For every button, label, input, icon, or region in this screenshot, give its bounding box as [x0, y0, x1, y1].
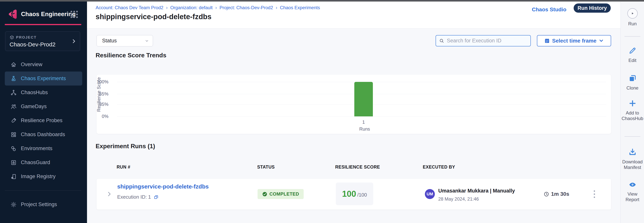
search-box [436, 35, 531, 46]
rail-item-label: Run [621, 21, 644, 27]
sidebar-item-chaoshubs[interactable]: ChaosHubs [5, 85, 82, 99]
status-filter-dropdown[interactable]: Status [96, 35, 153, 46]
breadcrumb-separator: › [166, 5, 168, 10]
breadcrumb-account[interactable]: Account: Chaos Dev Team Prod2 [96, 5, 163, 10]
column-header-run: RUN # [117, 165, 130, 170]
brand-underline [5, 24, 81, 25]
column-header-resilience-score: RESILIENCE SCORE [335, 165, 380, 170]
rail-item-clone[interactable]: Clone [621, 74, 644, 91]
status-badge: COMPLETED [258, 189, 304, 199]
execution-id-text: Execution ID: 1 [117, 194, 151, 200]
sidebar-item-label: Environments [21, 146, 52, 152]
window-strip [0, 0, 644, 2]
hexagons-icon [10, 146, 17, 152]
sidebar-item-chaosguard[interactable]: ChaosGuard [5, 156, 82, 169]
hub-icon [10, 89, 17, 96]
chart-plot-area: 100% 65% 35% 0% 1 Runs [117, 82, 606, 117]
rail-item-label: Edit [621, 58, 644, 63]
sidebar-item-chaos-dashboards[interactable]: Chaos Dashboards [5, 128, 82, 142]
executed-at-timestamp: 28 May 2024, 21:46 [438, 196, 479, 202]
rail-divider [624, 136, 640, 137]
project-label: PROJECT [16, 35, 36, 40]
chaos-engineering-logo-icon [6, 8, 19, 20]
breadcrumb-project[interactable]: Project: Chaos-Dev-Prod2 [220, 5, 273, 10]
rail-item-download-manifest[interactable]: Download Manifest [621, 148, 644, 170]
search-input[interactable] [447, 38, 523, 44]
pencil-icon [628, 46, 637, 55]
sidebar-item-label: ChaosGuard [21, 160, 50, 165]
time-frame-button[interactable]: Select time frame [537, 35, 611, 46]
row-menu-kebab-icon[interactable] [592, 189, 596, 199]
sidebar-item-gamedays[interactable]: GameDays [5, 99, 82, 114]
sidebar-footer: Project Settings [0, 197, 87, 211]
sidebar-item-overview[interactable]: Overview [5, 58, 82, 71]
download-icon [628, 148, 637, 156]
test-tube-icon [10, 118, 17, 124]
run-button[interactable] [627, 8, 638, 19]
breadcrumb-separator: › [215, 5, 217, 10]
project-name: Chaos-Dev-Prod2 [10, 41, 56, 48]
sidebar-item-chaos-experiments[interactable]: Chaos Experiments [5, 71, 82, 85]
home-icon [10, 62, 17, 68]
rail-item-view-report[interactable]: View Report [621, 181, 644, 202]
sidebar-item-label: Overview [21, 62, 42, 67]
time-frame-label: Select time frame [552, 38, 596, 44]
run-duration-text: 1m 30s [551, 191, 569, 197]
expand-chevron-icon[interactable] [106, 191, 112, 197]
run-name-link[interactable]: shippingservice-pod-delete-fzdbs [117, 183, 208, 190]
run-duration: 1m 30s [544, 191, 569, 197]
sidebar-item-label: Resilience Probes [21, 118, 62, 124]
executed-by-name: Umasankar Mukkara | Manually [438, 188, 515, 194]
brand-name: Chaos Engineering [21, 11, 76, 18]
rail-item-add-to-chaoshub[interactable]: Add to ChaosHub [621, 99, 644, 121]
table-row-run-1[interactable]: shippingservice-pod-delete-fzdbs Executi… [96, 179, 611, 209]
plus-icon [628, 99, 636, 107]
breadcrumb-separator: › [276, 5, 277, 10]
status-filter-label: Status [102, 38, 117, 44]
rail-item-run[interactable]: Run [621, 8, 644, 27]
module-grid-icon[interactable] [70, 10, 78, 19]
sidebar-item-label: Project Settings [21, 201, 57, 207]
app-root: Chaos Engineering PROJECT Chaos-Dev-Prod… [0, 0, 644, 223]
breadcrumb-chaos-experiments[interactable]: Chaos Experiments [280, 5, 320, 10]
rail-item-edit[interactable]: Edit [621, 46, 644, 63]
sidebar-item-environments[interactable]: Environments [5, 142, 82, 156]
sidebar-item-resilience-probes[interactable]: Resilience Probes [5, 114, 82, 128]
avatar: UM [425, 189, 435, 199]
registry-icon [10, 174, 17, 180]
resilience-score-value: 100 [342, 189, 356, 199]
status-badge-label: COMPLETED [270, 191, 299, 197]
sidebar-item-image-registry[interactable]: Image Registry [5, 169, 82, 183]
column-header-executed-by: EXECUTED BY [423, 165, 455, 170]
breadcrumb-organization[interactable]: Organization: default [170, 5, 212, 10]
y-tick-label: 0% [102, 114, 108, 119]
topbar: Account: Chaos Dev Team Prod2 › Organiza… [87, 2, 620, 28]
sidebar-item-label: Chaos Dashboards [21, 132, 65, 138]
sidebar-divider [5, 190, 81, 191]
rail-item-label: Download Manifest [621, 159, 644, 170]
sidebar: Chaos Engineering PROJECT Chaos-Dev-Prod… [0, 2, 87, 223]
cube-icon [10, 35, 14, 40]
resilience-score-box: 100 /100 [336, 183, 373, 205]
lock-icon [10, 160, 17, 166]
project-selector[interactable]: PROJECT Chaos-Dev-Prod2 [5, 32, 80, 51]
breadcrumb: Account: Chaos Dev Team Prod2 › Organiza… [96, 5, 320, 10]
resilience-score-chart: Resilience Score 100% 65% 35% 0% 1 Runs [96, 75, 611, 134]
clone-icon [628, 74, 637, 82]
chevron-down-icon [145, 39, 149, 43]
chart-bar-run-1[interactable] [354, 82, 373, 117]
copy-icon[interactable] [154, 194, 159, 200]
rail-item-label: Add to ChaosHub [621, 110, 644, 121]
rail-item-label: View Report [621, 191, 644, 202]
x-tick-label: 1 [354, 120, 373, 125]
action-rail: Run Edit Clone Add to ChaosHub [620, 2, 644, 223]
execution-id-row: Execution ID: 1 [117, 194, 159, 200]
sidebar-menu: Overview Chaos Experiments ChaosHubs [0, 58, 87, 183]
run-history-button[interactable]: Run History [574, 4, 611, 13]
sidebar-item-project-settings[interactable]: Project Settings [5, 197, 82, 211]
rail-divider [624, 36, 640, 37]
sidebar-item-label: GameDays [21, 103, 47, 109]
eye-icon [628, 181, 637, 188]
chaos-studio-link[interactable]: Chaos Studio [532, 7, 566, 13]
search-icon [439, 38, 444, 43]
